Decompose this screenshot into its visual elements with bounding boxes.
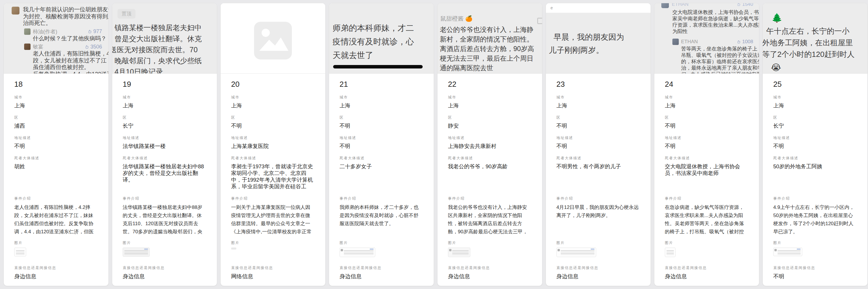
reply-line: 治，最终永远地离开了亲人朋友和学生 <box>681 65 759 71</box>
case-screenshot[interactable]: 鼠甜橙酱 🍊 老公的爷爷也没有计入，上海静 新村，全家阴的情况下他阳性。 离酒店… <box>437 3 542 73</box>
case-screenshot[interactable]: 师弟的本科师妹，才二 疫情没有及时就诊，心 天就去世了 <box>329 3 434 73</box>
case-card-22[interactable]: 鼠甜橙酱 🍊 老公的爷爷也没有计入，上海静 新村，全家阴的情况下他阳性。 离酒店… <box>437 3 542 286</box>
avatar <box>661 3 669 8</box>
field-label-district: 区 <box>123 115 207 120</box>
screenshot-text: 早晨，我的朋友因为 儿子刚刚两岁。 <box>546 13 651 73</box>
comment-text: 交大电院退休教授，上海书协会员，书法 家吴中南老师在急诊病逝，缺少氧气等医 疗资… <box>672 9 759 35</box>
image-thumbnail[interactable] <box>773 248 802 256</box>
text-line: 等了2个小时的120赶到时人 <box>763 48 867 60</box>
image-thumbnail[interactable] <box>123 248 150 257</box>
cropped-text-fragment: e <box>551 5 553 10</box>
image-thumbnail[interactable] <box>448 248 470 257</box>
reply-text: 老人住浦西，有陈旧性脑梗，4.2摔 跤，女儿被封在浦东过不了江，妹妹们 虽住浦西… <box>33 50 108 73</box>
field-label-direct: 直接信息还是间接信息 <box>123 265 207 270</box>
case-screenshot[interactable]: 置顶 镇路某楼一楼独居老夫妇中 曾是交大出版社翻译。休克 送医无对接医院而去世。… <box>112 3 217 73</box>
field-label-direct: 直接信息还是间接信息 <box>448 265 532 270</box>
thumbnail-text-lines <box>124 250 148 255</box>
reply-line: 吊瓶、吸氧气（被封控的子女设法送去 <box>681 52 759 58</box>
field-label-city: 城市 <box>665 95 748 100</box>
reply-author: 敏宴 <box>33 43 85 50</box>
thumbnail-text-lines <box>666 250 674 256</box>
image-thumbnail[interactable] <box>340 248 375 257</box>
field-value-city: 上海 <box>123 102 207 109</box>
field-value-district: 不明 <box>556 122 640 129</box>
field-label-image: 图片 <box>123 241 207 245</box>
field-value-address: 法华镇路某楼一楼 <box>123 143 207 149</box>
like-count[interactable]: 1540 <box>737 3 753 7</box>
text-line: 老公的爷爷也没有计入，上海静 <box>440 25 542 35</box>
field-label-address: 地址描述 <box>665 136 748 140</box>
case-screenshot[interactable]: 我几十年前就认识的一位胡姓朋友也是因 为封控、核酸检测等原因没有得到及时救 治而… <box>4 3 108 73</box>
field-value-city: 上海 <box>556 102 640 109</box>
image-thumbnail[interactable] <box>14 248 26 256</box>
tree-emoji: 🌲 <box>772 13 867 23</box>
image-thumbnail[interactable] <box>556 248 596 257</box>
field-label-address: 地址描述 <box>448 136 532 140</box>
text-line: 通的隔离医院去世 <box>440 63 542 73</box>
case-card-25[interactable]: 🌲 午十点左右，长宁的一小 外地务工阿姨，在出租屋里 等了2个小时的120赶到时… <box>763 3 868 286</box>
thumbs-up-icon <box>737 3 741 6</box>
case-card-20[interactable]: 20 城市 上海 区 不明 地址描述 上海某康复医院 死者大体描述 李昶生于19… <box>220 3 326 286</box>
case-screenshot[interactable] <box>221 3 325 73</box>
case-number: 20 <box>231 80 315 88</box>
comment-line: 我几十年前就认识的一位胡姓朋友也是因 <box>23 6 108 13</box>
field-value-event: 法华镇路某楼一楼独居老夫妇中88岁的丈夫，曾经是交大出版社翻译。休克后110、1… <box>123 204 207 237</box>
case-screenshot[interactable]: 🌲 午十点左右，长宁的一小 外地务工阿姨，在出租屋里 等了2个小时的120赶到时… <box>763 3 867 73</box>
field-label-direct: 直接信息还是间接信息 <box>340 265 423 270</box>
field-value-district: 长宁 <box>773 122 857 129</box>
avatar <box>24 29 31 35</box>
like-count[interactable]: 3506 <box>85 44 102 50</box>
thumbs-up-icon <box>85 45 89 49</box>
case-card-23[interactable]: e 早晨，我的朋友因为 儿子刚刚两岁。 23 城市 上海 区 不明 地址描述 不… <box>546 3 651 286</box>
image-thumbnail-area <box>340 248 423 259</box>
field-value-event: 一则关于上海某康复医院一位病人因疫情管理无人护理而去世的文章在微信群里流转。最早… <box>231 204 315 237</box>
field-label-image: 图片 <box>773 241 857 245</box>
pinned-badge: 置顶 <box>118 9 135 19</box>
field-value-city: 上海 <box>14 102 98 109</box>
case-details: 24 城市 上海 区 不明 地址描述 不明 死者大体描述 交大电院退休教授，上海… <box>654 73 759 286</box>
field-value-direct: 网络信息 <box>231 273 315 280</box>
case-card-21[interactable]: 师弟的本科师妹，才二 疫情没有及时就诊，心 天就去世了 21 城市 上海 区 不… <box>329 3 434 286</box>
case-card-19[interactable]: 置顶 镇路某楼一楼独居老夫妇中 曾是交大出版社翻译。休克 送医无对接医院而去世。… <box>112 3 217 286</box>
field-label-address: 地址描述 <box>14 136 98 140</box>
poster-username: 鼠甜橙酱 🍊 <box>440 15 542 23</box>
case-card-24[interactable]: ETHAN 1540 交大电院退休教授，上海书协会员，书法 家吴中南老师在急诊病… <box>654 3 759 286</box>
field-label-image: 图片 <box>231 241 315 245</box>
field-value-direct: 身边信息 <box>665 273 748 280</box>
reply-line: 的，杯水车薪）临终前还在哀求医生救 <box>681 58 759 65</box>
field-value-deceased: 交大电院退休教授，上海书协会员，书法家吴中南老师 <box>665 163 748 190</box>
image-thumbnail[interactable] <box>665 248 676 257</box>
text-line: 梗无法去三甲，最后在上个周日 <box>440 54 542 63</box>
case-screenshot[interactable]: e 早晨，我的朋友因为 儿子刚刚两岁。 <box>546 3 651 73</box>
comment-line: 治而死亡。 <box>23 20 108 27</box>
text-line: 早晨，我的朋友因为 <box>546 31 651 44</box>
field-label-deceased: 死者大体描述 <box>448 156 532 160</box>
field-label-direct: 直接信息还是间接信息 <box>231 265 315 270</box>
thumbs-up-icon <box>88 29 92 34</box>
field-label-deceased: 死者大体描述 <box>665 156 748 160</box>
field-value-event: 在急诊病逝，缺少氧气等医疗资源，哀求医生求职未果...夫人亦感染为阳性。吴老师苦… <box>665 204 748 237</box>
field-label-city: 城市 <box>231 95 315 100</box>
like-count[interactable]: 977 <box>88 29 102 35</box>
field-label-deceased: 死者大体描述 <box>231 156 315 160</box>
field-label-event: 事件介绍 <box>773 196 857 201</box>
like-count[interactable]: 1008 <box>737 39 753 45</box>
field-value-city: 上海 <box>665 102 748 109</box>
field-label-district: 区 <box>773 115 857 120</box>
field-value-district: 长宁 <box>123 122 207 129</box>
field-value-city: 上海 <box>231 102 315 109</box>
field-label-event: 事件介绍 <box>14 196 98 201</box>
field-value-district: 不明 <box>231 122 315 129</box>
case-number: 25 <box>773 80 857 88</box>
field-label-deceased: 死者大体描述 <box>556 156 640 160</box>
field-value-district: 不明 <box>340 122 423 129</box>
case-details: 18 城市 上海 区 浦西 地址描述 不明 死者大体描述 胡姓 事件介绍 老人住… <box>4 73 108 286</box>
case-card-18[interactable]: 我几十年前就认识的一位胡姓朋友也是因 为封控、核酸检测等原因没有得到及时救 治而… <box>3 3 109 286</box>
case-screenshot[interactable]: ETHAN 1540 交大电院退休教授，上海书协会员，书法 家吴中南老师在急诊病… <box>654 3 759 73</box>
field-value-city: 上海 <box>448 102 532 109</box>
comment-author: ETHAN <box>672 3 737 7</box>
thumbnail-text-lines <box>452 250 469 256</box>
image-thumbnail[interactable] <box>231 248 236 250</box>
field-value-district: 浦西 <box>14 122 98 129</box>
reply-line: 跤，女儿被封在浦东过不了江，妹妹们 <box>33 57 108 64</box>
